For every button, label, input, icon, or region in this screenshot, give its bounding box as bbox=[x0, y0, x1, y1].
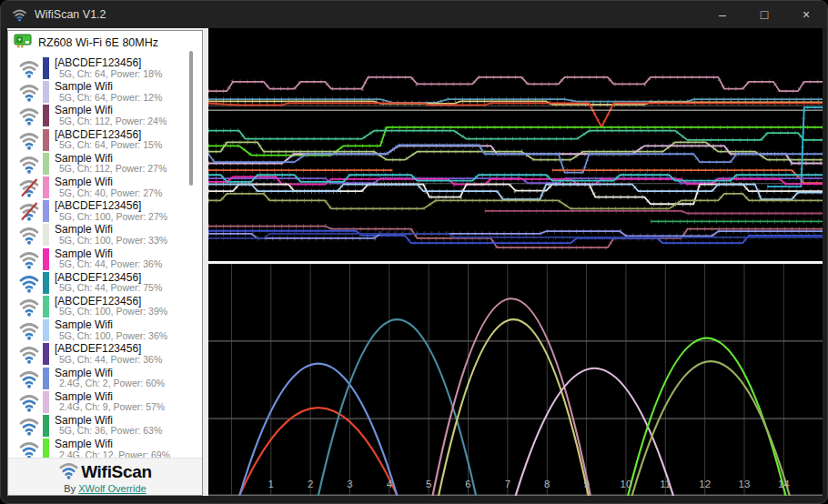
network-ssid: [ABCDEF123456] bbox=[55, 200, 167, 212]
network-panel: RZ608 Wi-Fi 6E 80MHz [ABCDEF123456]5G, C… bbox=[7, 30, 203, 496]
channel-graph: 1234567891011121314 bbox=[208, 264, 823, 496]
network-color-swatch bbox=[43, 153, 49, 175]
network-color-swatch bbox=[43, 272, 49, 294]
network-details: 5G, Ch: 64, Power: 12% bbox=[55, 93, 162, 104]
credit-line: By XWolf Override bbox=[64, 483, 146, 494]
list-item[interactable]: Sample Wifi2.4G, Ch: 9, Power: 57% bbox=[8, 390, 202, 414]
wifi-signal-icon bbox=[18, 416, 40, 435]
list-item[interactable]: Sample Wifi2.4G, Ch: 12, Power: 69% bbox=[8, 438, 202, 459]
network-details: 5G, Ch: 64, Power: 18% bbox=[55, 69, 162, 80]
list-item[interactable]: Sample Wifi2.4G, Ch: 2, Power: 60% bbox=[8, 366, 202, 389]
wifi-signal-icon bbox=[18, 59, 40, 78]
list-item[interactable]: [ABCDEF123456]5G, Ch: 44, Power: 36% bbox=[8, 342, 202, 366]
wifi-signal-icon bbox=[18, 440, 40, 459]
network-color-swatch bbox=[43, 129, 49, 151]
network-details: 5G, Ch: 100, Power: 33% bbox=[55, 236, 167, 247]
network-details: 5G, Ch: 44, Power: 36% bbox=[55, 355, 162, 366]
wifi-signal-icon bbox=[18, 273, 40, 292]
adapter-selector[interactable]: RZ608 Wi-Fi 6E 80MHz bbox=[8, 31, 202, 55]
list-item[interactable]: [ABCDEF123456]5G, Ch: 100, Power: 27% bbox=[8, 199, 202, 223]
list-item[interactable]: Sample Wifi5G, Ch: 112, Power: 24% bbox=[8, 104, 202, 127]
list-item[interactable]: [ABCDEF123456]5G, Ch: 100, Power: 39% bbox=[8, 295, 202, 318]
adapter-name: RZ608 Wi-Fi 6E 80MHz bbox=[38, 36, 158, 49]
list-item[interactable]: Sample Wifi5G, Ch: 112, Power: 27% bbox=[8, 152, 202, 176]
scrollbar-thumb[interactable] bbox=[189, 51, 193, 186]
wifi-signal-icon bbox=[18, 345, 40, 364]
network-color-swatch bbox=[43, 319, 49, 341]
network-details: 5G, Ch: 40, Power: 27% bbox=[55, 188, 162, 199]
channel-label: 8 bbox=[544, 479, 550, 489]
network-color-swatch bbox=[43, 81, 49, 103]
author-link[interactable]: XWolf Override bbox=[78, 483, 146, 494]
network-ssid: [ABCDEF123456] bbox=[55, 57, 162, 69]
channel-label: 1 bbox=[268, 479, 274, 489]
channel-label: 13 bbox=[739, 479, 751, 489]
about-footer: WifiScan By XWolf Override bbox=[8, 458, 202, 495]
wifi-signal-icon bbox=[18, 226, 40, 245]
network-color-swatch bbox=[43, 296, 49, 318]
network-details: 5G, Ch: 44, Power: 75% bbox=[55, 283, 162, 294]
list-item[interactable]: [ABCDEF123456]5G, Ch: 64, Power: 18% bbox=[8, 56, 202, 80]
channel-label: 6 bbox=[465, 479, 470, 489]
network-color-swatch bbox=[43, 176, 49, 198]
maximize-button[interactable]: □ bbox=[743, 1, 785, 28]
wifi-signal-icon bbox=[18, 321, 40, 340]
window-controls: – □ × bbox=[702, 1, 827, 28]
wifi-logo-icon bbox=[58, 460, 79, 483]
wifi-signal-icon bbox=[18, 297, 40, 316]
list-item[interactable]: [ABCDEF123456]5G, Ch: 64, Power: 15% bbox=[8, 128, 202, 152]
network-details: 2.4G, Ch: 9, Power: 57% bbox=[55, 402, 165, 413]
wifi-signal-icon bbox=[18, 368, 40, 388]
client-area: RZ608 Wi-Fi 6E 80MHz [ABCDEF123456]5G, C… bbox=[7, 28, 821, 496]
network-color-swatch bbox=[43, 368, 49, 389]
minimize-button[interactable]: – bbox=[702, 1, 743, 28]
channel-label: 11 bbox=[660, 479, 671, 489]
wifi-signal-icon bbox=[18, 106, 40, 126]
list-item[interactable]: Sample Wifi5G, Ch: 100, Power: 36% bbox=[8, 318, 202, 342]
wifi-signal-icon bbox=[18, 202, 40, 221]
list-item[interactable]: Sample Wifi5G, Ch: 44, Power: 36% bbox=[8, 247, 202, 271]
channel-label: 2 bbox=[308, 479, 313, 489]
network-details: 5G, Ch: 36, Power: 63% bbox=[55, 426, 162, 437]
network-color-swatch bbox=[43, 343, 49, 365]
network-adapter-icon bbox=[14, 34, 32, 52]
channel-label: 10 bbox=[621, 479, 632, 489]
wifi-app-icon bbox=[12, 7, 27, 22]
brand-name: WifiScan bbox=[81, 463, 152, 480]
network-color-swatch bbox=[43, 57, 49, 79]
network-details: 5G, Ch: 64, Power: 15% bbox=[55, 140, 162, 151]
wifi-signal-icon bbox=[18, 249, 40, 268]
wifi-signal-icon bbox=[18, 392, 40, 411]
charts-area: 1234567891011121314 bbox=[208, 28, 821, 496]
network-details: 2.4G, Ch: 2, Power: 60% bbox=[55, 378, 165, 389]
channel-label: 3 bbox=[347, 479, 352, 489]
list-item[interactable]: Sample Wifi5G, Ch: 100, Power: 33% bbox=[8, 223, 202, 247]
title-bar[interactable]: WifiScan V1.2 – □ × bbox=[1, 1, 827, 28]
list-item[interactable]: Sample Wifi5G, Ch: 64, Power: 12% bbox=[8, 80, 202, 104]
time-graph bbox=[208, 28, 823, 261]
list-item[interactable]: Sample Wifi5G, Ch: 36, Power: 63% bbox=[8, 414, 202, 438]
network-details: 5G, Ch: 100, Power: 27% bbox=[55, 212, 167, 223]
window-title: WifiScan V1.2 bbox=[35, 8, 106, 21]
by-label: By bbox=[64, 483, 76, 494]
channel-label: 7 bbox=[505, 479, 510, 489]
network-color-swatch bbox=[43, 200, 49, 222]
network-ssid: Sample Wifi bbox=[55, 176, 162, 188]
network-list: [ABCDEF123456]5G, Ch: 64, Power: 18% Sam… bbox=[8, 56, 202, 459]
channel-label: 12 bbox=[699, 479, 711, 489]
close-button[interactable]: × bbox=[785, 1, 827, 28]
network-details: 5G, Ch: 112, Power: 27% bbox=[55, 164, 167, 175]
list-item[interactable]: [ABCDEF123456]5G, Ch: 44, Power: 75% bbox=[8, 271, 202, 295]
list-item[interactable]: Sample Wifi5G, Ch: 40, Power: 27% bbox=[8, 176, 202, 199]
wifi-signal-icon bbox=[18, 154, 40, 173]
network-color-swatch bbox=[43, 391, 49, 413]
network-color-swatch bbox=[43, 248, 49, 270]
channel-label: 5 bbox=[426, 479, 431, 489]
network-color-swatch bbox=[43, 438, 49, 459]
network-ssid: [ABCDEF123456] bbox=[55, 343, 162, 355]
network-ssid: Sample Wifi bbox=[55, 81, 162, 93]
wifi-signal-icon bbox=[18, 83, 40, 102]
network-details: 5G, Ch: 112, Power: 24% bbox=[55, 116, 167, 127]
app-window: WifiScan V1.2 – □ × RZ608 Wi-Fi 6E 80MHz… bbox=[0, 0, 828, 504]
channel-label: 9 bbox=[583, 479, 589, 489]
